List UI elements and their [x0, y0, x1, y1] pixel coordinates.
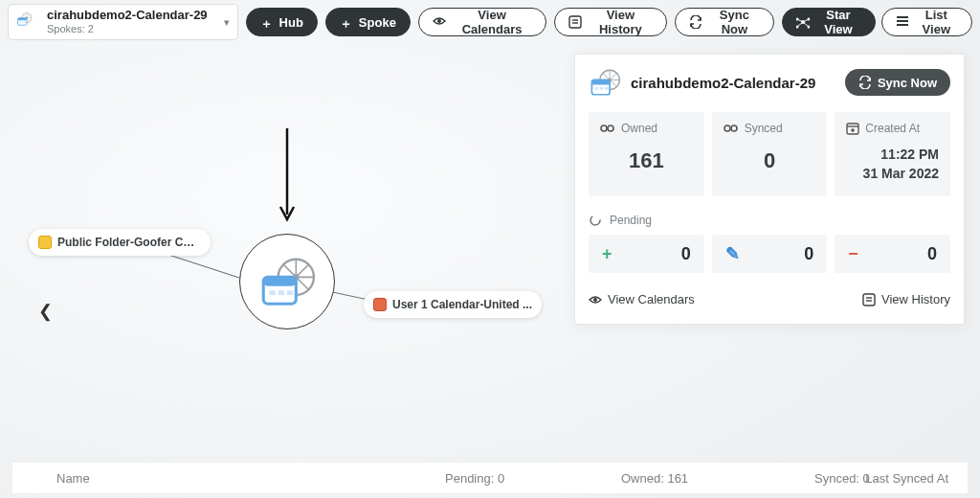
view-calendars-label: View Calendars: [452, 8, 532, 36]
stat-created-time: 11:22 PM: [846, 145, 939, 164]
sync-icon: [858, 76, 872, 89]
star-view-toggle[interactable]: Star View: [782, 8, 875, 36]
hub-selector[interactable]: cirahubdemo2-Calendar-29 Spokes: 2 ▾: [8, 4, 238, 40]
hub-icon: [589, 68, 621, 97]
list-view-icon: [896, 15, 909, 29]
spoke-source-icon: [38, 236, 52, 249]
view-history-label: View History: [588, 8, 653, 36]
plus-icon: +: [602, 244, 612, 264]
sync-now-label: Sync Now: [708, 8, 760, 36]
stat-created-label: Created At: [865, 122, 920, 135]
view-calendars-button[interactable]: View Calendars: [418, 8, 546, 36]
panel-sync-now-label: Sync Now: [878, 76, 937, 90]
stat-owned: Owned 161: [589, 112, 704, 196]
history-icon: [862, 293, 876, 306]
spoke-source-icon: [373, 298, 387, 311]
add-hub-label: Hub: [279, 15, 303, 30]
pending-edit-value: 0: [804, 244, 813, 264]
spoke-right-label: User 1 Calendar-United ...: [392, 298, 532, 311]
list-view-label: List View: [915, 8, 958, 36]
stat-synced: Synced 0: [712, 112, 828, 196]
detail-panel: cirahubdemo2-Calendar-29 Sync Now Owned …: [574, 54, 965, 325]
canvas-prev-button[interactable]: ❮: [38, 301, 53, 322]
col-last: Last Synced At: [865, 471, 948, 486]
hub-selector-subtitle: Spokes: 2: [47, 22, 216, 35]
pending-add-value: 0: [681, 244, 691, 264]
history-icon: [568, 15, 582, 29]
eye-icon: [589, 294, 602, 306]
star-view-icon: [796, 15, 810, 29]
panel-view-calendars-link[interactable]: View Calendars: [589, 292, 695, 306]
annotation-arrow-icon: [278, 128, 297, 224]
owned-icon: [600, 122, 615, 135]
pending-remove: − 0: [835, 235, 950, 273]
col-owned: Owned: 161: [621, 471, 688, 486]
star-view-label: Star View: [815, 8, 860, 36]
pending-remove-value: 0: [927, 244, 937, 264]
plus-icon: ＋: [260, 15, 274, 29]
minus-icon: −: [848, 244, 858, 264]
table-header-row: Name Pending: 0 Owned: 161 Synced: 0 Las…: [11, 462, 969, 494]
star-canvas: ❮ Public Folder-Goofer Cal... User 1 Cal…: [0, 42, 574, 460]
plus-icon: ＋: [340, 15, 353, 29]
hub-icon: [16, 11, 39, 34]
sync-now-button[interactable]: Sync Now: [675, 8, 774, 36]
calendar-icon: [846, 122, 859, 135]
stat-created: Created At 11:22 PM 31 Mar 2022: [835, 112, 950, 196]
list-view-toggle[interactable]: List View: [881, 8, 972, 36]
stat-synced-value: 0: [724, 148, 816, 173]
col-synced: Synced: 0: [814, 471, 870, 486]
pending-add: + 0: [589, 235, 704, 273]
panel-title: cirahubdemo2-Calendar-29: [631, 75, 835, 91]
eye-icon: [433, 15, 446, 29]
add-spoke-label: Spoke: [359, 15, 396, 30]
stat-created-date: 31 Mar 2022: [846, 164, 939, 183]
pending-label: Pending: [610, 214, 652, 227]
panel-sync-now-button[interactable]: Sync Now: [845, 69, 950, 96]
add-spoke-button[interactable]: ＋ Spoke: [325, 8, 411, 36]
spoke-node-right[interactable]: User 1 Calendar-United ...: [364, 291, 542, 318]
hub-node[interactable]: [239, 234, 335, 329]
panel-view-calendars-label: View Calendars: [608, 292, 695, 306]
chevron-down-icon: ▾: [224, 16, 230, 29]
top-toolbar: cirahubdemo2-Calendar-29 Spokes: 2 ▾ ＋ H…: [0, 0, 980, 44]
panel-view-history-label: View History: [881, 292, 950, 306]
spoke-node-left[interactable]: Public Folder-Goofer Cal...: [29, 229, 211, 256]
spoke-left-label: Public Folder-Goofer Cal...: [57, 236, 201, 249]
col-pending: Pending: 0: [445, 471, 504, 486]
synced-icon: [724, 122, 739, 135]
panel-view-history-link[interactable]: View History: [862, 292, 950, 306]
col-name: Name: [56, 471, 90, 486]
stat-synced-label: Synced: [745, 122, 783, 135]
sync-icon: [689, 15, 702, 29]
pencil-icon: ✎: [725, 243, 740, 264]
stat-owned-value: 161: [600, 148, 693, 173]
spinner-icon: [589, 214, 602, 227]
stat-owned-label: Owned: [621, 122, 657, 135]
view-history-button[interactable]: View History: [554, 8, 667, 36]
add-hub-button[interactable]: ＋ Hub: [246, 8, 318, 36]
pending-edit: ✎ 0: [712, 235, 828, 273]
hub-selector-title: cirahubdemo2-Calendar-29: [47, 9, 216, 22]
